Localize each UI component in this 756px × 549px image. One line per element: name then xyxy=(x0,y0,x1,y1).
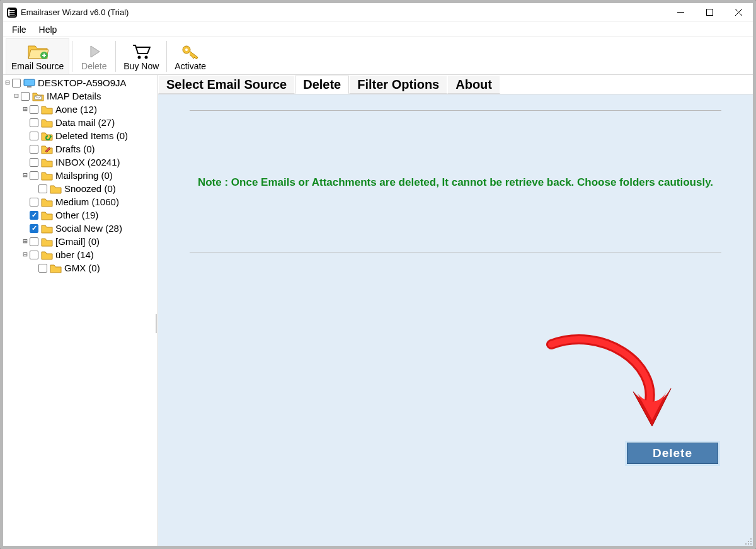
tree-label: [Gmail] (0) xyxy=(55,235,100,248)
svg-rect-1 xyxy=(706,9,713,16)
checkbox[interactable] xyxy=(30,158,38,167)
tab-about[interactable]: About xyxy=(447,75,500,94)
folder-icon xyxy=(41,171,53,180)
collapse-icon[interactable]: ⊟ xyxy=(21,169,30,182)
tree-label: Other (19) xyxy=(55,208,98,222)
tree-label: Deleted Items (0) xyxy=(55,129,128,142)
svg-rect-7 xyxy=(24,79,35,86)
folder-icon xyxy=(41,157,53,167)
tree-label: Mailspring (0) xyxy=(55,169,113,182)
activate-button[interactable]: Activate xyxy=(169,38,211,74)
menu-bar: File Help xyxy=(3,22,753,37)
svg-point-3 xyxy=(138,55,141,59)
tree-node-medium[interactable]: Medium (1060) xyxy=(3,195,154,208)
collapse-icon[interactable]: ⊟ xyxy=(12,89,21,103)
tree-node-mailspring[interactable]: ⊟ Mailspring (0) xyxy=(3,169,154,182)
annotation-arrow-icon xyxy=(539,332,677,439)
delete-tab-content: Note : Once Emails or Attachments are de… xyxy=(158,94,753,546)
folder-icon xyxy=(41,118,53,127)
buy-now-button[interactable]: Buy Now xyxy=(118,38,164,74)
tree-node-uber[interactable]: ⊟ über (14) xyxy=(3,248,154,261)
checkbox-checked[interactable] xyxy=(30,211,38,220)
window-title: Emailraser Wizard v6.0 (Trial) xyxy=(21,8,129,17)
tab-filter-options[interactable]: Filter Options xyxy=(349,75,447,94)
svg-point-10 xyxy=(748,541,749,542)
resize-grip-icon[interactable] xyxy=(744,537,753,546)
email-source-button[interactable]: Email Source xyxy=(6,38,69,74)
checkbox[interactable] xyxy=(30,251,38,259)
checkbox[interactable] xyxy=(30,198,38,207)
checkbox[interactable] xyxy=(30,105,38,114)
separator-line xyxy=(190,252,721,252)
tree-node-desktop[interactable]: ⊟ DESKTOP-A59O9JA xyxy=(3,76,154,89)
body-split: ⊟ DESKTOP-A59O9JA ⊟ IMAP Details ⊞ Aon xyxy=(3,75,753,546)
menu-file[interactable]: File xyxy=(6,23,33,36)
checkbox-checked[interactable] xyxy=(30,224,38,233)
checkbox[interactable] xyxy=(30,118,38,127)
folder-icon xyxy=(50,263,62,273)
buy-now-label: Buy Now xyxy=(123,61,159,71)
tree-node-inbox[interactable]: INBOX (20241) xyxy=(3,156,154,169)
folder-icon xyxy=(41,210,53,220)
delete-button[interactable]: Delete xyxy=(627,443,718,464)
svg-rect-8 xyxy=(27,86,32,88)
tree-node-drafts[interactable]: Drafts (0) xyxy=(3,142,154,156)
tree-node-other[interactable]: Other (19) xyxy=(3,208,154,222)
expand-icon[interactable]: ⊞ xyxy=(21,103,30,116)
folder-icon xyxy=(41,237,53,246)
tab-delete[interactable]: Delete xyxy=(295,76,349,94)
checkbox[interactable] xyxy=(21,92,30,101)
email-source-label: Email Source xyxy=(11,61,64,71)
tree-label: Snoozed (0) xyxy=(64,182,116,195)
play-icon xyxy=(86,42,102,61)
tree-label: Aone (12) xyxy=(55,103,97,116)
folder-icon xyxy=(41,105,53,114)
checkbox[interactable] xyxy=(12,79,21,88)
tree-node-datamail[interactable]: Data mail (27) xyxy=(3,116,154,129)
collapse-icon[interactable]: ⊟ xyxy=(3,76,12,89)
tree-node-snoozed[interactable]: Snoozed (0) xyxy=(3,182,154,195)
cart-icon xyxy=(132,42,151,61)
tree-node-social[interactable]: Social New (28) xyxy=(3,222,154,235)
svg-point-14 xyxy=(750,543,752,545)
collapse-icon[interactable]: ⊟ xyxy=(21,248,30,261)
drafts-folder-icon xyxy=(41,144,53,154)
close-button[interactable] xyxy=(724,3,753,22)
toolbar-separator xyxy=(72,41,72,72)
tree-node-imap[interactable]: ⊟ IMAP Details xyxy=(3,89,154,103)
tree-node-aone[interactable]: ⊞ Aone (12) xyxy=(3,103,154,116)
svg-point-13 xyxy=(748,543,749,545)
svg-point-9 xyxy=(750,538,752,540)
tree-label: IMAP Details xyxy=(47,89,101,103)
folder-icon xyxy=(41,224,53,233)
tree-node-deleted[interactable]: Deleted Items (0) xyxy=(3,129,154,142)
checkbox[interactable] xyxy=(30,145,38,154)
folder-tree[interactable]: ⊟ DESKTOP-A59O9JA ⊟ IMAP Details ⊞ Aon xyxy=(3,75,154,546)
tree-label: GMX (0) xyxy=(64,261,100,274)
tree-node-gmx[interactable]: GMX (0) xyxy=(3,261,154,274)
delete-toolbar-button[interactable]: Delete xyxy=(75,38,113,74)
checkbox[interactable] xyxy=(30,237,38,246)
app-logo-icon xyxy=(7,8,17,18)
expand-icon[interactable]: ⊞ xyxy=(21,235,30,248)
folder-icon xyxy=(41,197,53,207)
mailbox-icon xyxy=(32,91,44,101)
checkbox[interactable] xyxy=(30,171,38,180)
tree-node-gmail[interactable]: ⊞ [Gmail] (0) xyxy=(3,235,154,248)
toolbar-separator xyxy=(115,41,116,72)
key-icon xyxy=(181,42,200,61)
content-panel: Select Email Source Delete Filter Option… xyxy=(158,75,753,546)
tree-label: INBOX (20241) xyxy=(55,156,120,169)
recycle-folder-icon xyxy=(41,131,53,140)
checkbox[interactable] xyxy=(30,132,38,140)
tab-select-source[interactable]: Select Email Source xyxy=(158,75,295,94)
menu-help[interactable]: Help xyxy=(33,23,64,36)
delete-warning-note: Note : Once Emails or Attachments are de… xyxy=(177,176,734,189)
folder-icon xyxy=(41,250,53,259)
checkbox[interactable] xyxy=(38,184,47,193)
maximize-button[interactable] xyxy=(695,3,724,22)
toolbar: Email Source Delete Buy Now Activate xyxy=(3,37,753,75)
checkbox[interactable] xyxy=(38,264,47,273)
window-frame: Emailraser Wizard v6.0 (Trial) File Help… xyxy=(0,0,756,549)
minimize-button[interactable] xyxy=(666,3,695,22)
